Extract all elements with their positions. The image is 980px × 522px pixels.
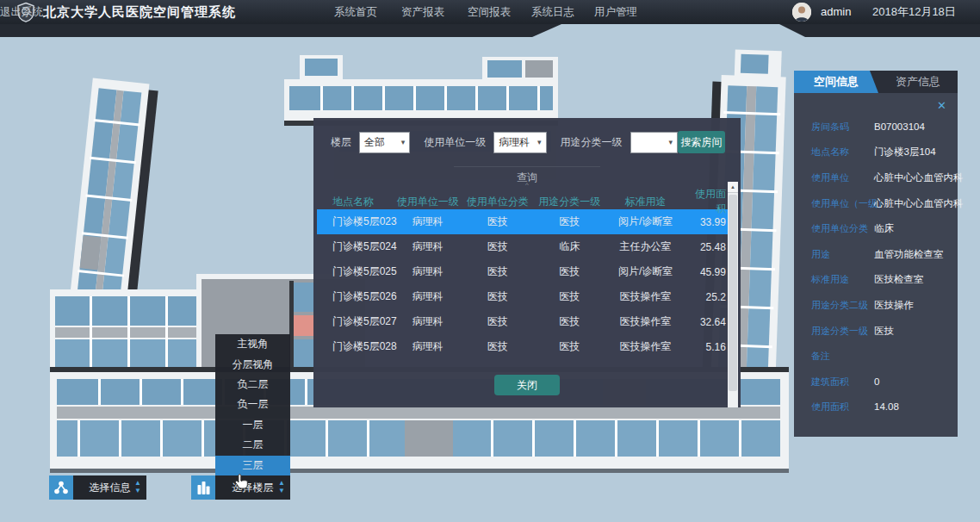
nav-item-home[interactable]: 系统首页 xyxy=(334,0,377,24)
table-row[interactable]: 门诊楼5层023 病理科 医技 医技 阅片/诊断室 33.99 xyxy=(317,209,728,234)
field-label: 建筑面积 xyxy=(811,375,849,388)
cell-location: 门诊楼5层026 xyxy=(317,289,395,304)
nav-item-system-log[interactable]: 系统日志 xyxy=(531,0,574,24)
username-label[interactable]: admin xyxy=(821,0,851,24)
user-avatar[interactable] xyxy=(792,3,811,22)
cell-unit: 病理科 xyxy=(395,239,461,254)
app-window: 北京大学人民医院空间管理系统 系统首页 资产报表 空间报表 系统日志 用户管理 … xyxy=(0,0,980,522)
cell-usage-class: 医技 xyxy=(535,339,605,354)
cell-usage-class: 医技 xyxy=(535,314,605,329)
table-row[interactable]: 门诊楼5层024 病理科 医技 临床 主任办公室 25.48 xyxy=(317,234,728,259)
cell-unit-class: 医技 xyxy=(461,214,535,229)
field-location-name: 地点名称 门诊楼3层104 xyxy=(794,140,958,165)
field-label: 用途 xyxy=(811,247,830,260)
filter-row: 楼层 全部 ▾ 使用单位一级 病理科 ▾ 用途分类一级 ▾ 搜索房间 xyxy=(313,118,741,153)
cell-location: 门诊楼5层025 xyxy=(317,264,395,279)
field-room-barcode: 房间条码 B07003104 xyxy=(794,114,958,140)
info-selector-label: 选择信息 xyxy=(90,481,131,495)
top-navbar: 北京大学人民医院空间管理系统 系统首页 资产报表 空间报表 系统日志 用户管理 … xyxy=(0,0,980,24)
cell-usage-class: 医技 xyxy=(535,264,605,279)
cell-standard-usage: 医技操作室 xyxy=(605,289,686,304)
field-label: 房间条码 xyxy=(811,120,849,133)
col-header-area: 使用面积 xyxy=(686,187,728,216)
menu-item-floor2[interactable]: 二层 xyxy=(215,435,290,455)
cell-usage-class: 医技 xyxy=(535,289,605,304)
space-info-panel: 空间信息 资产信息 ✕ 房间条码 B07003104 地点名称 门诊楼3层104… xyxy=(794,71,958,437)
menu-item-floor1[interactable]: 一层 xyxy=(215,415,290,435)
field-usage-class-level1: 用途分类一级 医技 xyxy=(794,318,958,344)
updown-arrows-icon[interactable]: ▲ ▼ xyxy=(134,479,141,494)
arrow-down-icon: ▼ xyxy=(278,487,285,494)
field-usage-class-level2: 用途分类二级 医技操作 xyxy=(794,292,958,318)
nav-item-user-management[interactable]: 用户管理 xyxy=(594,0,637,24)
unit-filter-select[interactable]: 病理科 ▾ xyxy=(493,132,546,153)
field-using-unit-level1: 使用单位（一级） 心脏中心心血管内科 xyxy=(794,190,958,216)
field-value: B07003104 xyxy=(874,121,925,132)
table-row[interactable]: 门诊楼5层026 病理科 医技 医技 医技操作室 25.2 xyxy=(317,284,728,309)
floor-selector-bar[interactable]: 选择楼层 ▲ ▼ xyxy=(215,475,290,500)
menu-item-layered-view[interactable]: 分层视角 xyxy=(215,354,290,374)
chevron-down-icon: ▾ xyxy=(534,138,542,146)
usage-filter-select[interactable]: ▾ xyxy=(630,132,679,153)
cell-usage-class: 临床 xyxy=(535,239,605,254)
cell-standard-usage: 主任办公室 xyxy=(605,239,686,254)
scrollbar-thumb[interactable] xyxy=(729,195,737,391)
table-row[interactable]: 门诊楼5层028 病理科 医技 医技 医技操作室 5.16 xyxy=(317,334,728,359)
cell-standard-usage: 医技操作室 xyxy=(605,339,686,354)
navbar-extension-right xyxy=(779,24,980,37)
field-value: 医技 xyxy=(874,324,894,337)
nav-item-space-report[interactable]: 空间报表 xyxy=(468,0,511,24)
panel-body: ✕ 房间条码 B07003104 地点名称 门诊楼3层104 使用单位 心脏中心… xyxy=(794,93,958,437)
field-label: 备注 xyxy=(811,350,830,363)
search-room-button[interactable]: 搜索房间 xyxy=(678,131,725,153)
field-label: 使用单位分类 xyxy=(811,222,868,235)
close-icon[interactable]: ✕ xyxy=(937,100,946,111)
nav-item-asset-report[interactable]: 资产报表 xyxy=(401,0,444,24)
scroll-up-icon[interactable]: ▲ xyxy=(728,182,738,193)
current-date: 2018年12月18日 xyxy=(872,0,956,24)
cell-usage-class: 医技 xyxy=(535,214,605,229)
col-header-usage-class: 用途分类一级 xyxy=(535,195,605,209)
field-value: 血管功能检查室 xyxy=(874,247,944,260)
field-usable-area: 使用面积 14.08 xyxy=(794,395,958,420)
menu-item-floor3[interactable]: 三层 xyxy=(215,456,290,475)
table-scrollbar[interactable]: ▲ xyxy=(728,182,738,407)
field-using-unit: 使用单位 心脏中心心血管内科 xyxy=(794,165,958,190)
info-selector-bar[interactable]: 选择信息 ▲ ▼ xyxy=(73,475,146,500)
field-unit-class: 使用单位分类 临床 xyxy=(794,215,958,241)
close-dialog-button[interactable]: 关闭 xyxy=(494,375,560,395)
floor-filter-select[interactable]: 全部 ▾ xyxy=(359,132,410,153)
cell-location: 门诊楼5层028 xyxy=(317,339,395,354)
cell-location: 门诊楼5层023 xyxy=(317,214,395,229)
menu-item-main-view[interactable]: 主视角 xyxy=(215,334,290,354)
cell-unit: 病理科 xyxy=(395,339,461,354)
tab-asset-info[interactable]: 资产信息 xyxy=(878,71,958,93)
info-selector-icon-box[interactable] xyxy=(49,475,73,500)
arrow-up-icon: ▲ xyxy=(134,479,141,487)
cell-location: 门诊楼5层027 xyxy=(317,314,395,329)
cell-unit: 病理科 xyxy=(395,214,461,229)
cell-unit: 病理科 xyxy=(395,314,461,329)
menu-item-basement1[interactable]: 负一层 xyxy=(215,395,290,414)
updown-arrows-icon[interactable]: ▲ ▼ xyxy=(278,479,285,494)
room-table: 地点名称 使用单位一级 使用单位分类 用途分类一级 标准用途 使用面积 门诊楼5… xyxy=(317,187,728,359)
tab-space-info[interactable]: 空间信息 xyxy=(794,71,878,93)
floor-selector-label: 选择楼层 xyxy=(233,481,274,495)
table-row[interactable]: 门诊楼5层025 病理科 医技 医技 阅片/诊断室 45.99 xyxy=(317,259,728,284)
nav-item-logout[interactable]: 退出系统 xyxy=(0,0,43,24)
cell-area: 25.48 xyxy=(686,241,728,253)
field-label: 地点名称 xyxy=(811,146,849,158)
menu-item-basement2[interactable]: 负二层 xyxy=(215,375,290,395)
building-icon xyxy=(195,479,212,496)
cell-unit-class: 医技 xyxy=(461,289,535,304)
field-label: 使用面积 xyxy=(811,401,849,413)
field-label: 标准用途 xyxy=(811,273,849,286)
table-row[interactable]: 门诊楼5层027 病理科 医技 医技 医技操作室 32.64 xyxy=(317,309,728,334)
divider xyxy=(454,166,600,167)
field-label: 用途分类一级 xyxy=(811,324,868,337)
cell-unit-class: 医技 xyxy=(461,339,535,354)
field-remarks: 备注 xyxy=(794,343,958,369)
unit-filter-label: 使用单位一级 xyxy=(424,135,486,150)
floor-selector-icon-box[interactable] xyxy=(191,475,215,500)
cell-standard-usage: 医技操作室 xyxy=(605,314,686,329)
